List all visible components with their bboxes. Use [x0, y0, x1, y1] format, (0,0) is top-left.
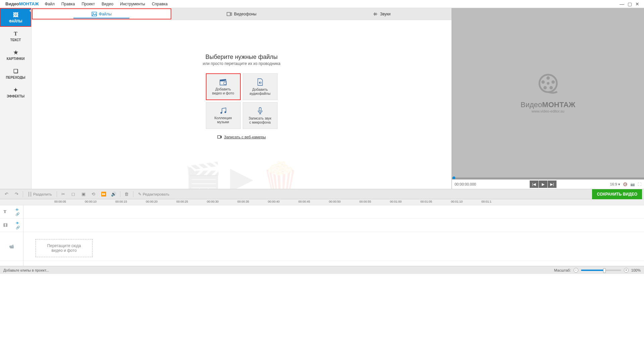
sidebar-item-files[interactable]: 🖼 ФАЙЛЫ: [0, 8, 31, 27]
tab-label: Видеофоны: [234, 12, 256, 16]
svg-point-5: [224, 112, 226, 113]
sidebar-item-effects[interactable]: ✦ ЭФФЕКТЫ: [0, 83, 31, 102]
close-icon[interactable]: ✕: [635, 1, 639, 7]
sidebar-item-images[interactable]: ★ КАРТИНКИ: [0, 46, 31, 64]
volume-button[interactable]: 🔊: [109, 190, 118, 198]
snapshot-icon[interactable]: 📷: [630, 182, 635, 187]
track-body[interactable]: Перетащите сюда видео и фото: [23, 205, 644, 266]
svg-point-1: [93, 13, 94, 14]
redo-button[interactable]: ↷: [12, 190, 21, 198]
svg-point-11: [551, 80, 555, 84]
preview-controls: 00:00:00.000 |◀ ▶ ▶| 16:9 ▾ 🔇 📷 ⛶: [452, 179, 644, 189]
play-button[interactable]: ▶: [539, 180, 547, 188]
top-tabs: Файлы Видеофоны Звуки: [32, 8, 452, 20]
tab-sounds[interactable]: Звуки: [311, 8, 452, 20]
menu-project[interactable]: Проект: [78, 2, 98, 6]
crop-button[interactable]: ◻: [69, 190, 78, 198]
maximize-icon[interactable]: ▢: [628, 1, 632, 7]
menu-bar: ВидеоМОНТАЖ Файл Правка Проект Видео Инс…: [0, 0, 644, 8]
zoom-label: Масштаб:: [554, 268, 571, 272]
center-body: Выберите нужные файлы или просто перетащ…: [32, 20, 452, 189]
svg-point-12: [549, 86, 553, 89]
zoom-value: 100%: [631, 268, 641, 272]
track-headers: T👁🔗 🎞👁🔗 📹: [0, 205, 23, 266]
menu-edit[interactable]: Правка: [58, 2, 78, 6]
tab-backgrounds[interactable]: Видеофоны: [172, 8, 312, 20]
timeline: 00:00:05 00:00:10 00:00:15 00:00:20 00:0…: [0, 199, 644, 266]
picture-icon: [92, 12, 97, 16]
svg-point-10: [546, 76, 550, 80]
svg-point-9: [547, 82, 549, 85]
center-title: Выберите нужные файлы: [206, 54, 278, 61]
svg-rect-7: [218, 136, 221, 138]
svg-rect-2: [227, 12, 230, 16]
sidebar-item-label: ТЕКСТ: [10, 38, 21, 42]
text-icon: T: [14, 31, 17, 37]
zoom-in-button[interactable]: +: [624, 268, 629, 273]
zoom-out-button[interactable]: −: [574, 268, 578, 273]
split-button[interactable]: ⎮⎮Разделить: [25, 192, 55, 197]
pencil-icon: ✎: [138, 192, 141, 197]
webcam-link[interactable]: Записать с веб-камеры: [217, 135, 266, 139]
sound-icon: [373, 12, 378, 16]
volume-icon[interactable]: 🔇: [623, 182, 628, 187]
fullscreen-icon[interactable]: ⛶: [638, 182, 641, 186]
card-add-video-photo[interactable]: Добавитьвидео и фото: [206, 73, 241, 100]
preview-logo: ВидеоМОНТАЖ: [521, 100, 575, 109]
sidebar-item-label: ПЕРЕХОДЫ: [6, 76, 25, 79]
rotate-button[interactable]: ⟲: [89, 190, 98, 198]
delete-button[interactable]: 🗑: [122, 190, 131, 198]
tab-files[interactable]: Файлы: [32, 8, 172, 20]
time-ruler[interactable]: 00:00:05 00:00:10 00:00:15 00:00:20 00:0…: [0, 199, 644, 205]
next-button[interactable]: ▶|: [548, 180, 557, 188]
card-add-audio[interactable]: Добавитьаудиофайлы: [243, 73, 278, 100]
status-hint: Добавьте клипы в проект...: [3, 268, 49, 272]
reel-icon: [536, 72, 560, 96]
eye-icon[interactable]: 👁: [15, 208, 19, 212]
eye-icon[interactable]: 👁: [16, 221, 20, 225]
zoom-slider[interactable]: [581, 270, 621, 271]
svg-rect-6: [259, 107, 261, 111]
aspect-ratio[interactable]: 16:9 ▾: [610, 182, 620, 187]
tab-label: Звуки: [380, 12, 391, 16]
minimize-icon[interactable]: —: [620, 1, 624, 7]
sidebar-item-transitions[interactable]: ❏ ПЕРЕХОДЫ: [0, 64, 31, 83]
prev-button[interactable]: |◀: [530, 180, 538, 188]
undo-button[interactable]: ↶: [2, 190, 11, 198]
wand-icon: ✦: [13, 87, 18, 93]
transitions-icon: ❏: [13, 68, 18, 74]
preview-time: 00:00:00.000: [455, 182, 476, 186]
preview-canvas: ВидеоМОНТАЖ www.video-editor.su: [452, 8, 644, 177]
edit-button[interactable]: ✎Редактировать: [135, 192, 172, 197]
sidebar-item-label: ЭФФЕКТЫ: [7, 94, 24, 98]
card-music-collection[interactable]: Коллекциямузыки: [206, 102, 241, 129]
timeline-toolbar: ↶ ↷ ⎮⎮Разделить ✂ ◻ ▣ ⟲ ⏩ 🔊 🗑 ✎Редактиро…: [0, 189, 644, 199]
svg-point-3: [224, 82, 226, 85]
decorative-bg: 🎬 ▶ 🍿: [184, 160, 299, 189]
speed-button[interactable]: ⏩: [99, 190, 108, 198]
card-record-mic[interactable]: Записать звукс микрофона: [243, 102, 278, 129]
link-icon[interactable]: 🔗: [16, 226, 20, 229]
mic-icon: [257, 107, 264, 115]
video-track-icon: 📹: [9, 244, 14, 249]
sidebar-item-label: ФАЙЛЫ: [9, 19, 22, 23]
timeline-dropzone[interactable]: Перетащите сюда видео и фото: [36, 239, 93, 257]
sidebar-item-label: КАРТИНКИ: [7, 57, 25, 61]
svg-point-14: [541, 80, 545, 84]
preview-seek-bar[interactable]: [452, 177, 644, 179]
menu-tools[interactable]: Инструменты: [117, 2, 149, 6]
film-track-icon: 🎞: [3, 223, 7, 228]
sidebar-item-text[interactable]: T ТЕКСТ: [0, 27, 31, 46]
music-icon: [219, 107, 227, 115]
link-icon[interactable]: 🔗: [15, 212, 19, 216]
star-icon: ★: [13, 49, 18, 56]
menu-video[interactable]: Видео: [98, 2, 117, 6]
save-video-button[interactable]: СОХРАНИТЬ ВИДЕО: [592, 189, 642, 199]
stop-button[interactable]: ▣: [79, 190, 88, 198]
app-logo: ВидеоМОНТАЖ: [3, 1, 41, 6]
menu-help[interactable]: Справка: [149, 2, 171, 6]
video-icon: [227, 12, 232, 16]
camera-icon: [217, 135, 222, 139]
menu-file[interactable]: Файл: [41, 2, 58, 6]
cut-button[interactable]: ✂: [59, 190, 68, 198]
